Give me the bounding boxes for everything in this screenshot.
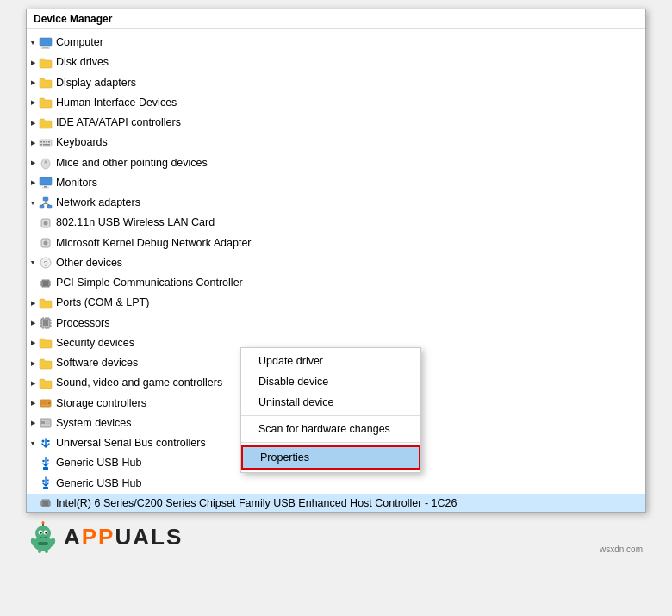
svg-point-52 [48,402,51,405]
tree-item-generic-hub-2[interactable]: Generic USB Hub [27,474,645,494]
chevron-storage-controllers[interactable] [27,397,39,409]
tree-item-pci-simple[interactable]: PCI Simple Communications Controller [27,273,645,293]
icon-computer [39,36,53,50]
menu-item-scan-hardware[interactable]: Scan for hardware changes [241,419,420,439]
tree-item-ports-com[interactable]: Ports (COM & LPT) [27,293,645,313]
chevron-ide-atapi[interactable] [27,117,39,129]
svg-rect-60 [47,440,50,442]
svg-point-59 [42,439,45,442]
tree-item-network-adapters[interactable]: Network adapters [27,193,645,213]
menu-item-uninstall-device[interactable]: Uninstall device [241,392,420,413]
label-storage-controllers: Storage controllers [56,395,146,413]
menu-item-update-driver[interactable]: Update driver [241,351,420,371]
tree-item-keyboards[interactable]: Keyboards [27,133,645,152]
tree-item-mice[interactable]: Mice and other pointing devices [27,153,645,173]
icon-processors [39,316,53,330]
svg-rect-19 [47,205,52,208]
chevron-processors[interactable] [27,317,39,329]
chevron-computer[interactable] [27,37,39,49]
svg-rect-14 [40,177,52,185]
tree-item-802-11n[interactable]: 802.11n USB Wireless LAN Card [27,213,645,233]
menu-item-disable-device[interactable]: Disable device [241,371,420,392]
svg-rect-65 [47,480,49,482]
icon-storage-controllers [39,396,53,410]
chevron-monitors[interactable] [27,177,39,189]
title-bar: Device Manager [27,9,645,29]
chevron-other-devices[interactable] [27,257,39,269]
tree-item-human-interface[interactable]: Human Interface Devices [27,93,645,113]
label-mice: Mice and other pointing devices [56,154,208,172]
svg-rect-105 [38,550,41,553]
tree-item-intel-enhanced-host[interactable]: Intel(R) 6 Series/C200 Series Chipset Fa… [27,494,645,512]
tree-item-display-adapters[interactable]: Display adapters [27,73,645,93]
chevron-disk-drives[interactable] [27,57,39,69]
chevron-human-interface[interactable] [27,96,39,109]
label-display-adapters: Display adapters [56,74,136,92]
svg-rect-1 [43,47,48,48]
icon-disk-drives [39,56,53,70]
label-monitors: Monitors [56,174,97,192]
tree-item-ide-atapi[interactable]: IDE ATA/ATAPI controllers [27,113,645,133]
watermark-text: wsxdn.com [600,544,643,554]
svg-point-102 [42,521,45,524]
tree-item-other-devices[interactable]: ?Other devices [27,253,645,273]
svg-rect-62 [47,459,49,461]
svg-rect-57 [46,421,50,422]
svg-rect-4 [40,141,42,143]
label-computer: Computer [56,34,103,52]
chevron-keyboards[interactable] [27,137,39,149]
menu-item-properties[interactable]: Properties [241,445,420,470]
chevron-usb-controllers[interactable] [27,438,39,450]
menu-separator-sep1 [241,415,420,416]
svg-rect-18 [40,205,44,208]
svg-point-13 [45,161,47,164]
icon-ide-atapi [39,116,53,130]
icon-pci-simple [39,277,53,290]
svg-rect-63 [43,467,48,470]
icon-sound-video [39,376,53,390]
tree-item-processors[interactable]: Processors [27,314,645,333]
label-ide-atapi: IDE ATA/ATAPI controllers [56,114,181,132]
icon-other-devices: ? [39,256,53,270]
spacer-generic-hub-1 [27,457,39,470]
label-security-devices: Security devices [56,334,134,352]
label-software-devices: Software devices [56,354,138,372]
spacer-intel-enhanced-host [27,497,39,509]
icon-keyboards [39,136,53,150]
label-keyboards: Keyboards [56,134,108,152]
appuals-text: APPUALS [64,524,183,551]
tree-item-computer[interactable]: Computer [27,33,645,53]
svg-rect-8 [40,144,42,146]
icon-usb-controllers [39,437,53,451]
chevron-system-devices[interactable] [27,417,39,429]
icon-ms-kernel [39,236,53,250]
svg-rect-3 [40,140,52,146]
tree-item-disk-drives[interactable]: Disk drives [27,53,645,72]
tree-item-monitors[interactable]: Monitors [27,173,645,193]
icon-monitors [39,176,53,190]
chevron-sound-video[interactable] [27,377,39,389]
svg-line-21 [42,203,47,205]
label-ms-kernel: Microsoft Kernel Debug Network Adapter [56,234,252,252]
svg-rect-107 [38,542,48,545]
svg-point-26 [44,241,48,246]
svg-point-64 [42,480,45,482]
svg-rect-16 [42,188,49,189]
icon-display-adapters [39,76,53,90]
label-system-devices: System devices [56,414,132,432]
device-manager-window: Device Manager ComputerDisk drivesDispla… [26,9,646,513]
chevron-ports-com[interactable] [27,297,39,309]
chevron-display-adapters[interactable] [27,77,39,89]
tree-item-ms-kernel[interactable]: Microsoft Kernel Debug Network Adapter [27,233,645,253]
label-usb-controllers: Universal Serial Bus controllers [56,434,206,452]
svg-rect-66 [43,487,48,489]
svg-point-100 [45,532,47,533]
icon-802-11n [39,216,53,230]
svg-rect-56 [41,421,45,424]
chevron-software-devices[interactable] [27,358,39,370]
svg-rect-9 [43,144,47,146]
svg-rect-2 [41,47,50,48]
chevron-security-devices[interactable] [27,337,39,349]
chevron-network-adapters[interactable] [27,197,39,209]
chevron-mice[interactable] [27,157,39,169]
